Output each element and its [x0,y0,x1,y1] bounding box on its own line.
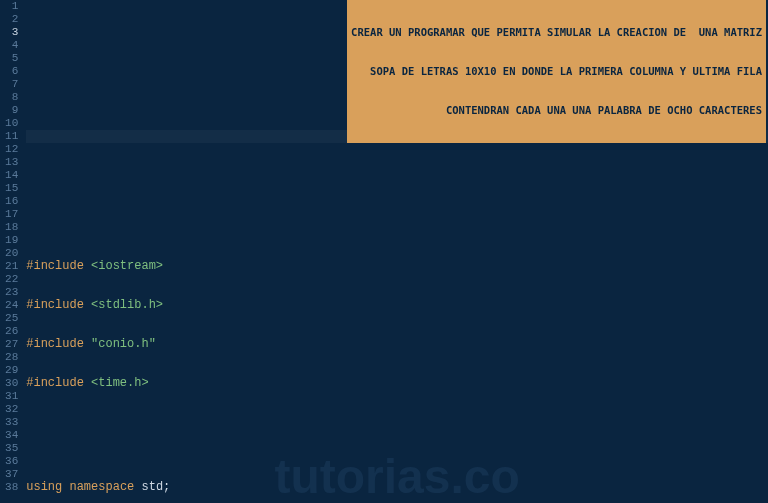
line-number: 11 [0,130,18,143]
line-number: 25 [0,312,18,325]
line-number: 26 [0,325,18,338]
code-line[interactable]: using namespace std; [26,481,768,494]
code-line[interactable]: #include <iostream> [26,260,768,273]
line-number: 37 [0,468,18,481]
code-editor: 1234567891011121314151617181920212223242… [0,0,768,503]
code-line[interactable]: #include <time.h> [26,377,768,390]
line-number: 12 [0,143,18,156]
line-number: 9 [0,104,18,117]
code-line[interactable]: #include <stdlib.h> [26,299,768,312]
line-number-gutter: 1234567891011121314151617181920212223242… [0,0,26,503]
line-number: 2 [0,13,18,26]
line-number: 17 [0,208,18,221]
line-number: 10 [0,117,18,130]
line-number: 36 [0,455,18,468]
banner-line: CREAR UN PROGRAMAR QUE PERMITA SIMULAR L… [351,26,762,39]
line-number: 6 [0,65,18,78]
line-number: 8 [0,91,18,104]
line-number: 13 [0,156,18,169]
line-number: 22 [0,273,18,286]
banner-line: CONTENDRAN CADA UNA UNA PALABRA DE OCHO … [351,104,762,117]
line-number: 32 [0,403,18,416]
line-number: 21 [0,260,18,273]
line-number: 15 [0,182,18,195]
code-line[interactable] [26,429,768,442]
line-number: 28 [0,351,18,364]
line-number: 29 [0,364,18,377]
line-number: 27 [0,338,18,351]
code-line[interactable]: #include "conio.h" [26,338,768,351]
line-number: 16 [0,195,18,208]
line-number: 34 [0,429,18,442]
banner-line: SOPA DE LETRAS 10X10 EN DONDE LA PRIMERA… [351,65,762,78]
line-number: 3 [0,26,18,39]
line-number: 35 [0,442,18,455]
code-area[interactable]: CREAR UN PROGRAMAR QUE PERMITA SIMULAR L… [26,0,768,503]
line-number: 14 [0,169,18,182]
line-number: 1 [0,0,18,13]
line-number: 20 [0,247,18,260]
line-number: 5 [0,52,18,65]
code-line[interactable] [26,208,768,221]
line-number: 30 [0,377,18,390]
line-number: 38 [0,481,18,494]
line-number: 24 [0,299,18,312]
line-number: 23 [0,286,18,299]
line-number: 18 [0,221,18,234]
line-number: 7 [0,78,18,91]
line-number: 31 [0,390,18,403]
comment-banner: CREAR UN PROGRAMAR QUE PERMITA SIMULAR L… [347,0,766,143]
line-number: 19 [0,234,18,247]
line-number: 4 [0,39,18,52]
line-number: 33 [0,416,18,429]
code-line[interactable] [26,169,768,182]
